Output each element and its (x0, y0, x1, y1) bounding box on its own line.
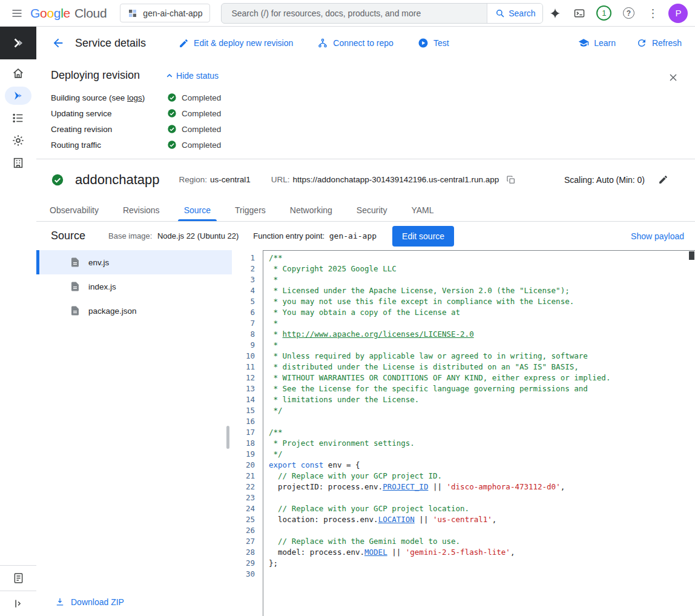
connect-repo-button[interactable]: Connect to repo (317, 38, 394, 48)
code-line: */ (269, 405, 687, 416)
edit-scaling-button[interactable] (657, 173, 670, 186)
cloud-shell-icon (573, 7, 585, 19)
edit-deploy-button[interactable]: Edit & deploy new revision (179, 38, 293, 48)
file-item-index-js[interactable]: index.js (36, 274, 232, 299)
connect-repo-label: Connect to repo (333, 38, 394, 48)
header-actions: 1 ? ⋮ P (543, 1, 690, 25)
step-status-text: Completed (182, 109, 221, 118)
refresh-icon (636, 38, 647, 48)
code-lines: /** * Copyright 2025 Google LLC * * Lice… (269, 253, 687, 580)
more-icon: ⋮ (647, 8, 658, 19)
file-panel: env.jsindex.jspackage.json Download ZIP (36, 250, 232, 616)
help-icon: ? (623, 7, 634, 19)
help-button[interactable]: ? (616, 1, 641, 25)
play-circle-icon (418, 38, 429, 48)
line-number: 23 (232, 492, 255, 503)
line-number: 19 (232, 449, 255, 460)
download-zip-button[interactable]: Download ZIP (54, 597, 124, 608)
chevron-up-icon (164, 70, 175, 81)
code-line: /** (269, 427, 687, 438)
service-status-icon (51, 173, 64, 187)
gemini-button[interactable] (543, 1, 567, 25)
google-cloud-logo[interactable]: Google Cloud (30, 6, 107, 21)
test-button[interactable]: Test (418, 38, 449, 48)
avatar[interactable]: P (668, 4, 688, 23)
sidebar-item-organization[interactable] (5, 154, 31, 172)
check-circle-icon (167, 93, 177, 102)
line-number: 7 (232, 318, 255, 329)
copy-url-button[interactable] (505, 174, 517, 186)
tab-networking[interactable]: Networking (278, 200, 344, 221)
search-button-label: Search (509, 8, 535, 18)
free-trial-badge[interactable]: 1 (596, 5, 611, 21)
refresh-button[interactable]: Refresh (636, 38, 682, 48)
line-number: 5 (232, 296, 255, 307)
file-name: index.js (88, 282, 116, 291)
step-label: Routing traffic (51, 141, 167, 150)
code-line: projectID: process.env.PROJECT_ID || 'di… (269, 482, 687, 492)
step-label: Building source (see logs) (51, 93, 167, 102)
file-panel-scrollbar[interactable] (226, 426, 229, 449)
learn-icon (578, 38, 589, 48)
code-line: * Unless required by applicable law or a… (269, 351, 687, 362)
tab-source[interactable]: Source (172, 200, 223, 221)
edit-source-button[interactable]: Edit source (392, 226, 454, 247)
sidebar-item-home[interactable] (5, 64, 31, 82)
project-icon (128, 8, 137, 18)
tab-security[interactable]: Security (344, 200, 400, 221)
line-number: 21 (232, 471, 255, 482)
sidebar-item-settings[interactable] (5, 131, 31, 150)
tab-revisions[interactable]: Revisions (111, 200, 172, 221)
line-number: 13 (232, 383, 255, 394)
pencil-icon (658, 174, 668, 185)
tab-observability[interactable]: Observability (38, 200, 111, 221)
url-value[interactable]: https://addonchatapp-301439142196.us-cen… (293, 175, 499, 184)
logs-link[interactable]: logs (127, 93, 142, 102)
menu-button[interactable] (5, 1, 29, 25)
close-panel-button[interactable] (661, 65, 685, 90)
tab-yaml[interactable]: YAML (399, 200, 446, 221)
base-image-label: Base image: (108, 231, 152, 240)
file-icon (70, 281, 81, 292)
product-logo-tile (0, 27, 36, 59)
learn-label: Learn (594, 38, 616, 48)
code-pane[interactable]: /** * Copyright 2025 Google LLC * * Lice… (263, 250, 695, 616)
file-item-package-json[interactable]: package.json (36, 299, 232, 323)
code-scrollbar-thumb[interactable] (689, 251, 694, 260)
hide-status-button[interactable]: Hide status (164, 70, 219, 81)
step-status-text: Completed (182, 141, 221, 150)
mini-sidebar (0, 27, 36, 616)
code-editor: 1234567891011121314151617181920212223242… (232, 250, 695, 616)
code-line: * WITHOUT WARRANTIES OR CONDITIONS OF AN… (269, 373, 687, 383)
code-line: location: process.env.LOCATION || 'us-ce… (269, 514, 687, 525)
sidebar-item-list[interactable] (5, 109, 31, 127)
file-item-env-js[interactable]: env.js (36, 250, 232, 274)
list-icon (12, 111, 25, 125)
code-line: * (269, 340, 687, 351)
line-number: 28 (232, 547, 255, 558)
sidebar-item-cloud-run[interactable] (5, 87, 31, 105)
hide-status-label: Hide status (176, 71, 219, 81)
code-scrollbar[interactable] (688, 251, 695, 616)
search-button[interactable]: Search (487, 4, 542, 23)
sidebar-item-release-notes[interactable] (0, 565, 36, 591)
release-notes-icon (12, 572, 25, 585)
line-number: 8 (232, 329, 255, 340)
tab-triggers[interactable]: Triggers (223, 200, 278, 221)
project-selector[interactable]: gen-ai-chat-app (120, 4, 210, 22)
line-number: 16 (232, 416, 255, 427)
close-icon (667, 71, 679, 84)
line-number: 2 (232, 263, 255, 274)
show-payload-link[interactable]: Show payload (631, 231, 684, 241)
google-logo-word: Google (30, 6, 70, 21)
learn-button[interactable]: Learn (578, 38, 616, 48)
cloud-shell-button[interactable] (567, 1, 591, 25)
file-name: env.js (88, 258, 109, 267)
more-button[interactable]: ⋮ (641, 1, 665, 25)
file-name: package.json (88, 306, 137, 316)
test-label: Test (433, 38, 449, 48)
app-header: Google Cloud gen-ai-chat-app Search 1 ? … (0, 0, 695, 27)
sidebar-collapse-button[interactable] (0, 591, 36, 616)
search-input[interactable] (222, 4, 487, 23)
back-button[interactable] (46, 31, 70, 55)
